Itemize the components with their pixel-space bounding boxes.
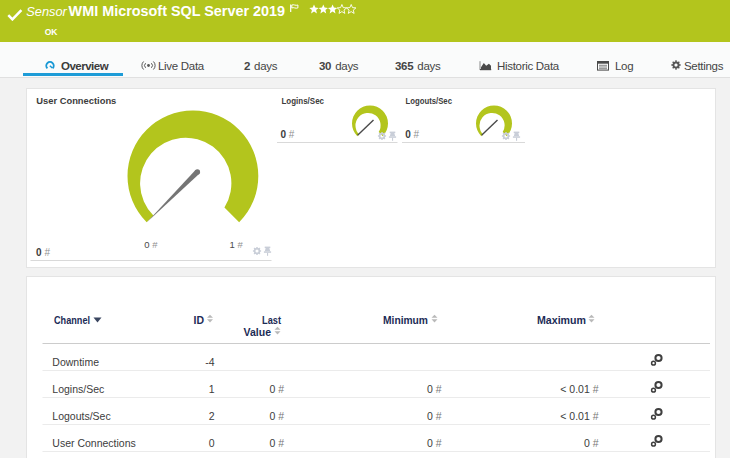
svg-text:0 #: 0 # <box>427 437 442 449</box>
svg-text:< 0.01 #: < 0.01 # <box>560 410 598 422</box>
svg-text:0 #: 0 # <box>36 247 50 258</box>
svg-text:Logins/Sec: Logins/Sec <box>282 95 325 106</box>
svg-text:1 #: 1 # <box>230 239 244 250</box>
svg-text:Sensor: Sensor <box>26 4 67 19</box>
svg-text:Maximum: Maximum <box>537 314 586 326</box>
svg-text:0 #: 0 # <box>584 437 599 449</box>
svg-text:Last: Last <box>262 314 281 326</box>
svg-text:Minimum: Minimum <box>383 314 428 326</box>
svg-text:0 #: 0 # <box>144 239 158 250</box>
svg-text:Downtime: Downtime <box>52 356 99 368</box>
svg-text:Logouts/Sec: Logouts/Sec <box>52 410 110 422</box>
svg-text:User Connections: User Connections <box>36 95 116 106</box>
svg-text:0 #: 0 # <box>405 129 419 140</box>
svg-text:OK: OK <box>45 26 58 37</box>
svg-text:0 #: 0 # <box>280 129 294 140</box>
svg-text:< 0.01 #: < 0.01 # <box>560 383 598 395</box>
svg-text:ID: ID <box>194 314 205 326</box>
svg-text:Value: Value <box>244 326 272 338</box>
svg-text:1: 1 <box>209 383 215 395</box>
svg-text:User Connections: User Connections <box>52 437 135 449</box>
svg-text:2: 2 <box>209 410 215 422</box>
svg-text:0 #: 0 # <box>269 437 284 449</box>
svg-text:0: 0 <box>209 437 215 449</box>
svg-text:0 #: 0 # <box>427 383 442 395</box>
svg-text:Logins/Sec: Logins/Sec <box>52 383 104 395</box>
svg-text:0 #: 0 # <box>427 410 442 422</box>
svg-text:-4: -4 <box>205 356 214 368</box>
svg-text:WMI Microsoft SQL Server 2019: WMI Microsoft SQL Server 2019 <box>69 3 285 19</box>
svg-text:Channel: Channel <box>54 314 90 326</box>
svg-text:0 #: 0 # <box>269 410 284 422</box>
svg-text:0 #: 0 # <box>269 383 284 395</box>
svg-text:Logouts/Sec: Logouts/Sec <box>406 95 453 106</box>
